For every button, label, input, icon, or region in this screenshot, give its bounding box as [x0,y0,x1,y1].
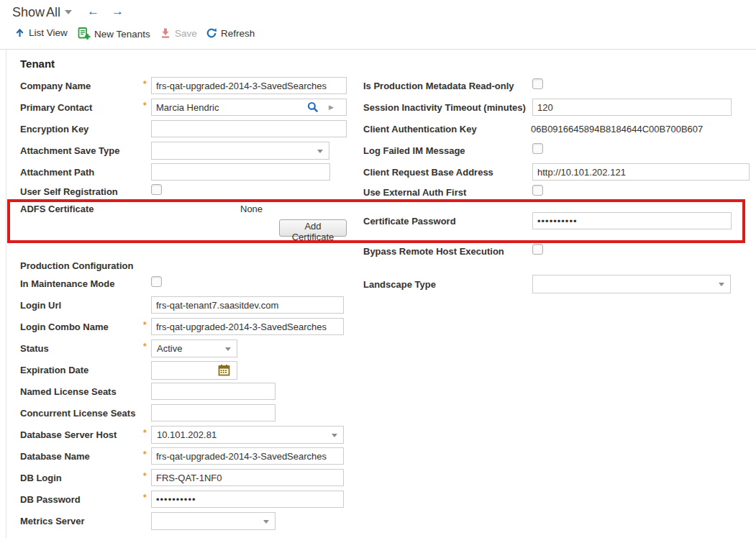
status-label: Status [20,343,49,354]
company-name-input[interactable] [151,77,347,94]
database-name-input[interactable] [151,447,344,465]
db-password-label: DB Password [20,494,81,505]
encryption-key-input[interactable] [151,120,347,137]
save-button[interactable]: Save [160,27,197,42]
bypass-remote-host-execution-checkbox[interactable] [532,244,543,255]
session-inactivity-timeout-input[interactable] [532,99,732,116]
database-server-host-dropdown[interactable]: 10.101.202.81 [151,426,344,444]
log-failed-im-message-checkbox[interactable] [532,143,543,154]
login-combo-name-input[interactable] [151,318,344,335]
named-license-seats-input[interactable] [151,383,275,400]
refresh-label: Refresh [221,28,255,39]
certificate-password-input[interactable] [532,212,732,229]
in-maintenance-mode-checkbox[interactable] [151,276,162,287]
chevron-down-icon [332,434,337,437]
refresh-icon [206,27,217,39]
panel-left-border [6,50,6,538]
expand-right-icon[interactable]: ▶ [329,104,334,111]
tenant-admin-screen: Show All ← → List View New Tenants Save … [0,0,756,538]
show-label: Show [12,5,45,20]
attachment-save-type-dropdown[interactable] [151,142,329,160]
up-arrow-icon [14,27,25,38]
client-authentication-key-label: Client Authentication Key [363,124,477,134]
calendar-icon[interactable] [218,364,230,376]
login-url-label: Login Url [20,300,61,311]
production-configuration-section-label: Production Configuration [20,260,133,271]
required-asterisk: * [143,493,147,503]
forward-arrow-icon[interactable]: → [111,4,124,19]
required-asterisk: * [143,428,147,438]
attachment-save-type-label: Attachment Save Type [20,145,119,156]
chevron-down-icon [65,10,72,14]
required-asterisk: * [143,79,147,89]
client-request-base-address-label: Client Request Base Address [363,167,493,178]
login-combo-name-label: Login Combo Name [20,322,109,332]
chevron-down-icon [719,283,724,286]
metrics-server-label: Metrics Server [20,516,85,526]
required-asterisk: * [143,342,147,352]
back-arrow-icon[interactable]: ← [87,4,99,19]
login-url-input[interactable] [151,296,344,314]
user-self-registration-label: User Self Registration [20,186,118,197]
required-asterisk: * [143,450,147,460]
new-document-icon [78,27,91,40]
search-icon[interactable] [307,101,319,113]
database-server-host-label: Database Server Host [20,429,117,440]
show-filter-dropdown[interactable]: All [46,5,72,20]
required-asterisk: * [143,471,147,481]
new-tenants-button[interactable]: New Tenants [78,27,150,42]
client-authentication-key-value: 06B0916645894B8184644C00B700B607 [531,124,703,134]
expiration-date-label: Expiration Date [20,365,88,375]
attachment-path-label: Attachment Path [20,167,94,178]
add-certificate-button[interactable]: Add Certificate [279,219,347,237]
user-self-registration-checkbox[interactable] [151,184,162,195]
attachment-path-input[interactable] [151,163,330,181]
landscape-type-label: Landscape Type [363,279,436,290]
chevron-down-icon [317,150,323,153]
db-password-input[interactable] [151,491,344,508]
session-inactivity-timeout-label: Session Inactivity Timeout (minutes) [363,102,526,113]
database-name-label: Database Name [20,451,90,462]
list-view-label: List View [29,27,68,38]
use-external-auth-first-label: Use External Auth First [363,187,466,198]
required-asterisk: * [143,320,147,330]
toolbar-divider [0,49,756,50]
in-maintenance-mode-label: In Maintenance Mode [20,278,114,289]
primary-contact-label: Primary Contact [20,102,92,113]
save-icon [160,27,171,39]
certificate-password-label: Certificate Password [363,216,456,227]
is-production-metadata-read-only-label: Is Production Metadata Read-only [363,81,514,91]
show-filter-value: All [46,5,60,19]
refresh-button[interactable]: Refresh [206,27,255,42]
new-tenants-label: New Tenants [94,29,150,40]
landscape-type-dropdown[interactable] [532,275,731,293]
metrics-server-dropdown[interactable] [151,512,275,530]
required-asterisk: * [143,101,147,111]
bypass-remote-host-execution-label: Bypass Remote Host Execution [363,246,504,257]
encryption-key-label: Encryption Key [20,124,88,134]
list-view-button[interactable]: List View [14,27,68,42]
status-dropdown[interactable]: Active [151,339,237,357]
chevron-down-icon [263,520,269,524]
save-label: Save [175,28,197,39]
client-request-base-address-input[interactable] [532,163,750,181]
use-external-auth-first-checkbox[interactable] [532,185,543,196]
adfs-certificate-value: None [240,204,263,214]
concurrent-license-seats-input[interactable] [151,404,275,421]
adfs-certificate-label: ADFS Certificate [20,204,94,214]
page-title: Tenant [20,58,55,70]
db-login-label: DB Login [20,473,62,483]
concurrent-license-seats-label: Concurrent License Seats [20,408,135,419]
chevron-down-icon [225,347,231,351]
db-login-input[interactable] [151,469,344,486]
log-failed-im-message-label: Log Failed IM Message [363,145,465,156]
named-license-seats-label: Named License Seats [20,386,117,397]
is-production-metadata-read-only-checkbox[interactable] [532,78,543,89]
company-name-label: Company Name [20,81,91,91]
